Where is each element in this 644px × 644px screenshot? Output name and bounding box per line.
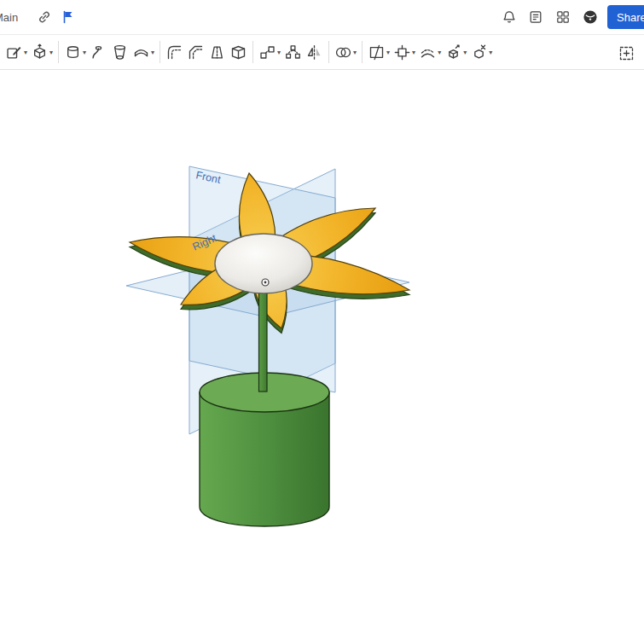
toolbar-separator [252,41,253,63]
feature-toolbar: ▾▾▾▾▾▾▾▾▾▾▾ [0,35,644,70]
tool-revolve[interactable]: ▾ [63,42,87,63]
tool-delete-face[interactable]: ▾ [469,42,493,63]
tool-boolean[interactable]: ▾ [334,42,357,63]
tool-draft[interactable] [207,42,227,63]
chevron-down-icon: ▾ [489,49,492,56]
toolbar-separator [328,41,329,63]
link-icon[interactable] [37,9,52,25]
chevron-down-icon: ▾ [463,49,467,56]
tool-move-face[interactable]: ▾ [444,42,467,63]
help-icon[interactable] [583,9,598,25]
tool-loft[interactable] [110,42,130,63]
origin-point-dot [264,281,267,284]
part-stem[interactable] [259,283,268,392]
chevron-down-icon: ▾ [83,49,86,56]
tool-fillet[interactable] [165,42,184,63]
tool-sweep[interactable] [89,42,108,63]
chevron-down-icon: ▾ [24,49,27,56]
chevron-down-icon: ▾ [386,49,390,56]
tool-mirror[interactable] [305,42,324,63]
tool-offset-surface[interactable]: ▾ [418,42,442,63]
tool-chamfer[interactable] [186,42,206,63]
tool-linear-pattern[interactable]: ▾ [258,42,281,63]
chevron-down-icon: ▾ [412,49,415,56]
toolbar-separator [160,41,160,63]
tool-transform[interactable]: ▾ [392,42,416,63]
tool-extrude[interactable]: ▾ [30,42,54,63]
tool-thicken[interactable]: ▾ [131,42,155,63]
toolbar-separator [362,41,363,63]
chevron-down-icon: ▾ [49,49,53,56]
chevron-down-icon: ▾ [438,49,441,56]
model-canvas[interactable]: FrontRight [0,70,644,644]
tool-circular-pattern[interactable] [283,42,303,63]
whats-new-icon[interactable] [528,9,543,25]
notifications-bell-icon[interactable] [502,9,517,25]
document-tab-label[interactable]: Main [0,11,18,24]
tool-split[interactable]: ▾ [367,42,391,63]
toolbar-separator [58,41,59,63]
tool-sketch[interactable]: ▾ [4,42,28,63]
learning-flag-icon[interactable] [61,9,76,25]
chevron-down-icon: ▾ [353,49,357,56]
tool-box-select[interactable] [617,43,636,64]
share-button[interactable]: Share [607,5,644,29]
topbar: Main [0,0,644,35]
chevron-down-icon: ▾ [151,49,154,56]
tool-shell[interactable] [229,42,248,63]
apps-grid-icon[interactable] [555,9,571,25]
chevron-down-icon: ▾ [277,49,281,56]
